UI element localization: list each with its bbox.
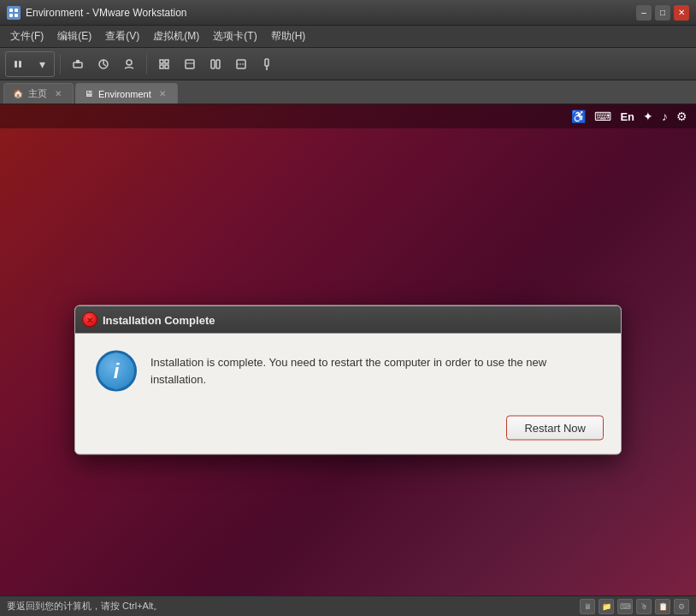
menu-edit[interactable]: 编辑(E) bbox=[50, 27, 98, 45]
volume-icon[interactable]: ♪ bbox=[662, 110, 668, 123]
maximize-button[interactable]: □ bbox=[655, 5, 670, 21]
resize-button[interactable] bbox=[229, 52, 253, 76]
svg-rect-3 bbox=[15, 14, 18, 17]
toolbar: ▾ bbox=[0, 48, 696, 80]
ubuntu-top-panel: ♿ ⌨ En ✦ ♪ ⚙ bbox=[0, 104, 696, 128]
tab-environment-label: Environment bbox=[98, 89, 151, 99]
svg-rect-4 bbox=[15, 61, 17, 68]
snapshot-button[interactable] bbox=[91, 52, 115, 76]
keyboard-layout-icon[interactable]: ⌨ bbox=[594, 110, 611, 123]
dialog-body: i Installation is complete. You need to … bbox=[75, 334, 621, 409]
tab-bar: 🏠 主页 ✕ 🖥 Environment ✕ bbox=[0, 80, 696, 104]
dialog-titlebar: ✕ Installation Complete bbox=[75, 306, 621, 334]
svg-rect-1 bbox=[15, 9, 18, 12]
separator-2 bbox=[146, 54, 147, 74]
usb-button[interactable] bbox=[255, 52, 279, 76]
title-bar: Environment - VMware Workstation – □ ✕ bbox=[0, 0, 696, 26]
svg-rect-22 bbox=[265, 59, 268, 66]
svg-point-11 bbox=[127, 60, 132, 65]
home-icon: 🏠 bbox=[13, 89, 23, 98]
svg-rect-0 bbox=[9, 9, 13, 12]
restart-now-button[interactable]: Restart Now bbox=[506, 416, 604, 441]
view-button[interactable] bbox=[203, 52, 227, 76]
window-title: Environment - VMware Workstation bbox=[26, 7, 636, 19]
user-button[interactable] bbox=[117, 52, 141, 76]
menu-file[interactable]: 文件(F) bbox=[3, 27, 50, 45]
power-dropdown[interactable]: ▾ bbox=[30, 52, 54, 76]
tab-home-label: 主页 bbox=[28, 87, 47, 100]
status-icon-3: ⌨ bbox=[617, 599, 633, 614]
dialog-message: Installation is complete. You need to re… bbox=[150, 351, 600, 388]
menu-help[interactable]: 帮助(H) bbox=[264, 27, 313, 45]
menu-tabs[interactable]: 选项卡(T) bbox=[206, 27, 263, 45]
status-bar: 要返回到您的计算机，请按 Ctrl+Alt。 🖥 📁 ⌨ 🖱 📋 ⚙ bbox=[0, 595, 696, 616]
settings-panel-icon[interactable]: ⚙ bbox=[676, 110, 687, 123]
svg-rect-18 bbox=[211, 60, 215, 68]
send-ctrl-alt-del-button[interactable] bbox=[66, 52, 90, 76]
unity-button[interactable] bbox=[178, 52, 202, 76]
app-icon bbox=[7, 6, 21, 20]
svg-rect-7 bbox=[76, 60, 80, 63]
installation-complete-dialog: ✕ Installation Complete i Installation i… bbox=[74, 305, 622, 455]
bluetooth-icon[interactable]: ✦ bbox=[643, 110, 653, 123]
language-indicator[interactable]: En bbox=[620, 110, 634, 123]
minimize-button[interactable]: – bbox=[636, 5, 652, 21]
separator-1 bbox=[60, 54, 61, 74]
tab-home[interactable]: 🏠 主页 ✕ bbox=[3, 83, 74, 104]
vm-tab-icon: 🖥 bbox=[85, 89, 93, 98]
power-button[interactable] bbox=[6, 52, 30, 76]
menu-vm[interactable]: 虚拟机(M) bbox=[146, 27, 206, 45]
ubuntu-desktop[interactable]: ♿ ⌨ En ✦ ♪ ⚙ ✕ Installation Complete i I… bbox=[0, 104, 696, 595]
tab-environment-close[interactable]: ✕ bbox=[156, 88, 168, 100]
svg-rect-2 bbox=[9, 14, 13, 17]
tab-home-close[interactable]: ✕ bbox=[52, 88, 64, 100]
svg-rect-14 bbox=[160, 65, 163, 68]
svg-rect-19 bbox=[216, 60, 220, 68]
svg-line-10 bbox=[103, 64, 106, 66]
close-button[interactable]: ✕ bbox=[674, 5, 689, 21]
svg-rect-12 bbox=[160, 60, 163, 63]
tab-environment[interactable]: 🖥 Environment ✕ bbox=[75, 83, 178, 104]
menu-view[interactable]: 查看(V) bbox=[98, 27, 146, 45]
status-icon-1: 🖥 bbox=[580, 599, 595, 614]
accessibility-panel-icon[interactable]: ♿ bbox=[571, 110, 586, 123]
menu-bar: 文件(F) 编辑(E) 查看(V) 虚拟机(M) 选项卡(T) 帮助(H) bbox=[0, 26, 696, 48]
status-icon-4: 🖱 bbox=[636, 599, 652, 614]
power-controls: ▾ bbox=[5, 51, 55, 77]
window-controls: – □ ✕ bbox=[636, 5, 689, 21]
status-icons: 🖥 📁 ⌨ 🖱 📋 ⚙ bbox=[580, 599, 689, 614]
status-icon-6: ⚙ bbox=[674, 599, 689, 614]
dialog-footer: Restart Now bbox=[75, 409, 621, 454]
dialog-title: Installation Complete bbox=[103, 313, 215, 326]
svg-rect-15 bbox=[165, 65, 168, 68]
status-icon-5: 📋 bbox=[655, 599, 670, 614]
dialog-close-button[interactable]: ✕ bbox=[82, 312, 97, 328]
svg-point-24 bbox=[266, 68, 268, 70]
svg-rect-16 bbox=[186, 60, 194, 68]
status-icon-2: 📁 bbox=[599, 599, 614, 614]
status-hint-text: 要返回到您的计算机，请按 Ctrl+Alt。 bbox=[7, 600, 580, 613]
info-icon: i bbox=[96, 351, 137, 392]
fullscreen-button[interactable] bbox=[152, 52, 176, 76]
svg-rect-5 bbox=[19, 61, 21, 68]
svg-rect-13 bbox=[165, 60, 168, 63]
